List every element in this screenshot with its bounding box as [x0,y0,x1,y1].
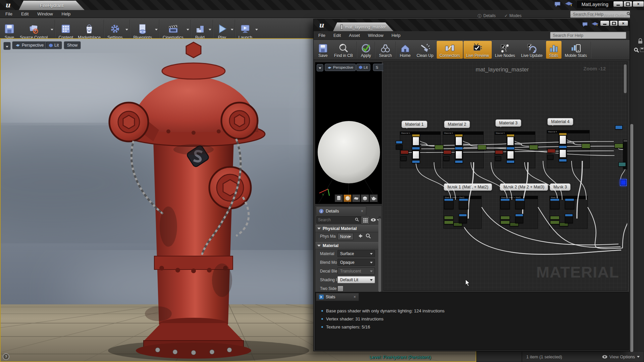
content-button[interactable]: Content [56,19,75,41]
graph-node[interactable] [435,145,443,150]
graph-node[interactable] [500,198,510,209]
menu-window[interactable]: Window [37,11,53,16]
graph-node[interactable] [559,159,567,162]
graph-node[interactable] [506,150,515,160]
graph-node[interactable] [559,145,567,148]
hidden-panel-scrollbar[interactable] [630,124,633,352]
graph-node[interactable] [459,214,467,223]
blueprints-button[interactable]: Blueprints [131,19,154,41]
graph-comment-bubble[interactable]: Mask 1 (Mat1 + Mat2) [444,183,492,191]
tab-details[interactable]: i Details × [316,206,366,215]
launch-dropdown[interactable] [255,19,259,41]
graph-node[interactable] [396,141,402,144]
graph-node[interactable] [619,162,626,167]
project-tab[interactable]: FireHydrant [19,1,85,10]
tutorial-cap-icon[interactable] [591,21,599,27]
graph-node[interactable] [459,198,468,209]
graph-node[interactable] [547,149,555,153]
preview-lit-button[interactable]: Lit [356,64,370,71]
help-search-input[interactable] [550,32,626,39]
graph-comment-bubble[interactable]: Material 2 [444,121,470,128]
graph-node[interactable] [455,134,463,146]
graph-node[interactable] [400,156,407,161]
view-options-button[interactable]: View Options [602,354,640,359]
graph-node[interactable] [506,134,515,146]
graph-node[interactable] [443,156,449,161]
graph-node[interactable] [412,160,420,163]
feedback-bubble-icon[interactable] [554,1,561,7]
shading-model-dropdown[interactable]: Default Lit [337,276,375,283]
menu-file[interactable]: File [318,33,325,38]
graph-node[interactable] [565,198,574,209]
menu-asset[interactable]: Asset [349,33,360,38]
graph-comment-bubble[interactable]: Material 3 [495,119,521,127]
viewport-show-button[interactable]: Show [64,41,81,49]
graph-node[interactable] [412,150,420,160]
tab-modes-background[interactable]: ✓ Modes [504,13,522,19]
graph-node[interactable] [565,214,573,223]
menu-edit[interactable]: Edit [21,11,29,16]
help-button[interactable]: ? [3,353,9,360]
marketplace-button[interactable]: u Marketplace [75,19,103,41]
close-button[interactable]: × [633,1,644,7]
use-selected-arrow-icon[interactable] [358,233,363,239]
save-button[interactable]: Save [315,41,331,59]
graph-node[interactable] [506,147,515,150]
menu-file[interactable]: File [5,11,12,16]
clean-up-button[interactable]: Clean Up [414,41,436,59]
graph-node[interactable] [412,147,420,150]
build-button[interactable]: Build [192,19,208,41]
viewport-lit-button[interactable]: Lit [46,41,62,49]
source-control-dropdown[interactable] [50,19,54,41]
maximize-button[interactable] [610,20,618,26]
cinematics-dropdown[interactable] [186,19,190,41]
source-control-button[interactable]: Source Control [17,19,50,41]
graph-node[interactable] [396,145,402,149]
close-icon[interactable]: × [354,295,356,299]
menu-help[interactable]: Help [62,11,71,16]
viewport-perspective-button[interactable]: Perspective [12,41,47,49]
graph-node[interactable] [615,125,623,129]
graph-node[interactable] [444,216,453,220]
graph-node[interactable] [529,145,538,150]
graph-comment-region[interactable]: Material 1 [400,131,441,168]
graph-node[interactable] [444,198,453,209]
graph-comment-region[interactable]: Material 2 [443,131,484,168]
graph-node[interactable] [495,150,503,154]
graph-node[interactable] [500,221,510,224]
home-button[interactable]: Home [397,41,413,59]
preview-shape-sphere[interactable] [343,194,352,202]
tab-details-background[interactable]: ⓘ Details [478,13,496,19]
live-update-toggle[interactable]: Live Update [519,41,545,59]
close-button[interactable]: × [618,20,628,26]
tab-close-icon[interactable]: × [391,24,393,29]
preview-shape-cube[interactable] [361,194,369,202]
minimize-button[interactable] [613,1,623,7]
preview-shape-plane[interactable] [352,194,360,202]
minimize-button[interactable] [600,20,609,26]
details-scrollbar-thumb[interactable] [378,218,381,292]
section-physical-material[interactable]: Physical Material [315,225,380,232]
graph-node[interactable] [621,180,626,185]
preview-options-dropdown[interactable] [317,64,323,71]
menu-edit[interactable]: Edit [333,33,341,38]
graph-node[interactable] [582,143,590,148]
apply-button[interactable]: Apply [358,41,374,59]
close-icon[interactable]: × [361,209,363,214]
lock-icon[interactable] [638,38,643,44]
blend-mode-dropdown[interactable]: Opaque [337,259,375,266]
preview-show-button[interactable]: S [373,64,384,71]
graph-node[interactable] [478,145,486,150]
restore-button[interactable] [624,1,632,7]
graph-node[interactable] [515,214,523,223]
menu-help[interactable]: Help [391,33,400,38]
graph-node[interactable] [500,216,510,220]
mobile-stats-toggle[interactable]: Mobile Stats [562,41,590,59]
preview-perspective-button[interactable]: Perspective [325,64,356,71]
menu-window[interactable]: Window [368,33,383,38]
material-asset-tab[interactable]: mat_layering_master × [333,22,393,31]
graph-comment-bubble[interactable]: Material 4 [547,118,573,125]
browse-magnifier-icon[interactable] [366,233,371,239]
blueprints-dropdown[interactable] [154,19,158,41]
graph-node[interactable] [455,160,463,163]
